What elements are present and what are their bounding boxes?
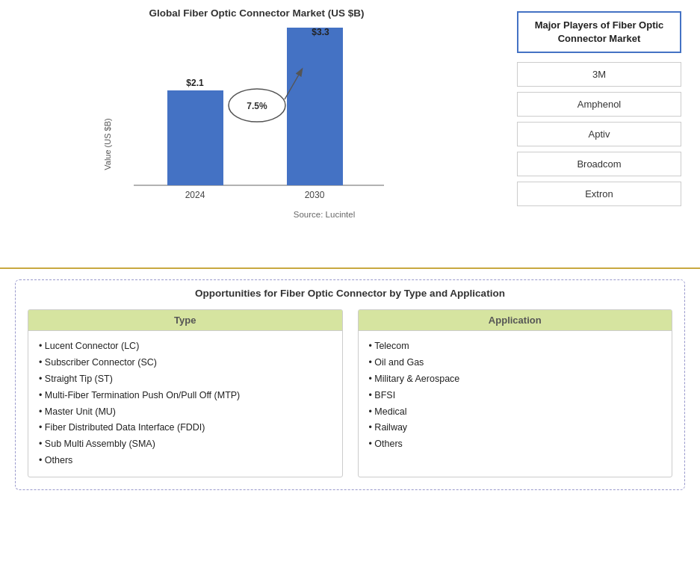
chart-title: Global Fiber Optic Connector Market (US … [149,7,364,19]
svg-text:Source: Lucintel: Source: Lucintel [293,210,354,219]
app-item-bfsi: BFSI [369,388,662,404]
type-item-sma: Sub Multi Assembly (SMA) [39,436,332,453]
major-players-section: Major Players of Fiber Optic Connector M… [506,7,685,260]
type-column: Type Lucent Connector (LC) Subscriber Co… [28,309,343,477]
svg-text:2024: 2024 [185,190,205,200]
svg-rect-4 [287,28,343,185]
svg-rect-2 [167,90,223,185]
type-item-mtp: Multi-Fiber Termination Push On/Pull Off… [39,388,332,404]
type-item-mu: Master Unit (MU) [39,404,332,421]
player-extron: Extron [517,182,681,206]
application-header: Application [359,310,672,331]
chart-section: Global Fiber Optic Connector Market (US … [15,7,506,260]
type-body: Lucent Connector (LC) Subscriber Connect… [28,331,342,477]
app-item-railway: Railway [369,420,662,436]
player-amphenol: Amphenol [517,92,681,117]
app-item-military: Military & Aerospace [369,371,662,388]
bar-chart: Value (US $B) $2.1 $3.3 2024 2030 7.5% [100,25,414,219]
type-item-others: Others [39,453,332,469]
app-item-oil-gas: Oil and Gas [369,355,662,371]
player-aptiv: Aptiv [517,122,681,146]
opportunities-title: Opportunities for Fiber Optic Connector … [28,288,672,299]
svg-text:2030: 2030 [304,190,324,200]
application-body: Telecom Oil and Gas Military & Aerospace… [359,331,672,460]
application-column: Application Telecom Oil and Gas Military… [358,309,673,477]
svg-text:Value (US $B): Value (US $B) [103,118,112,170]
type-item-lc: Lucent Connector (LC) [39,338,332,355]
svg-text:$2.1: $2.1 [186,78,204,88]
app-item-others: Others [369,436,662,453]
app-item-telecom: Telecom [369,338,662,355]
type-item-sc: Subscriber Connector (SC) [39,355,332,371]
app-item-medical: Medical [369,404,662,421]
svg-text:7.5%: 7.5% [247,101,267,111]
player-3m: 3M [517,62,681,87]
two-columns: Type Lucent Connector (LC) Subscriber Co… [28,309,672,477]
svg-text:$3.3: $3.3 [312,27,329,37]
bottom-section: Opportunities for Fiber Optic Connector … [0,269,700,498]
type-item-fddi: Fiber Distributed Data Interface (FDDI) [39,420,332,436]
type-header: Type [28,310,342,331]
players-title: Major Players of Fiber Optic Connector M… [517,11,681,53]
type-item-st: Straight Tip (ST) [39,371,332,388]
opportunities-box: Opportunities for Fiber Optic Connector … [15,279,685,490]
player-broadcom: Broadcom [517,152,681,176]
